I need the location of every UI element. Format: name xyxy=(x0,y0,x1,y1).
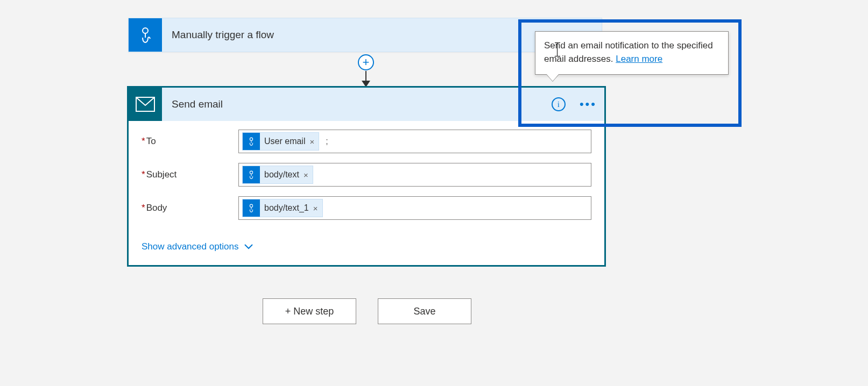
manual-trigger-token-icon xyxy=(243,199,260,217)
save-button[interactable]: Save xyxy=(378,298,471,324)
field-label-body: *Body xyxy=(142,203,238,213)
body-input[interactable]: body/text_1 × xyxy=(238,196,591,220)
svg-point-0 xyxy=(143,28,148,33)
token-remove-icon[interactable]: × xyxy=(313,204,318,213)
footer-actions: + New step Save xyxy=(263,298,471,324)
token-label: body/text_1 xyxy=(264,203,309,213)
new-step-button[interactable]: + New step xyxy=(263,298,356,324)
token-body-text[interactable]: body/text × xyxy=(242,166,313,184)
field-row-body: *Body body/text_1 × xyxy=(142,196,591,220)
more-menu-icon[interactable]: ••• xyxy=(580,97,597,111)
action-header[interactable]: Send email i ••• xyxy=(129,88,604,121)
tooltip-tail xyxy=(546,74,559,81)
info-tooltip: Send an email notification to the specif… xyxy=(535,31,729,75)
action-body: *To User email × ; *Subject xyxy=(129,121,604,265)
subject-input[interactable]: body/text × xyxy=(238,163,591,187)
token-body-text-1[interactable]: body/text_1 × xyxy=(242,199,323,217)
field-row-subject: *Subject body/text × xyxy=(142,163,591,187)
mail-icon xyxy=(129,88,162,121)
token-remove-icon[interactable]: × xyxy=(304,170,308,180)
show-advanced-options[interactable]: Show advanced options xyxy=(142,241,253,252)
add-step-button[interactable]: + xyxy=(358,54,374,70)
token-remove-icon[interactable]: × xyxy=(309,137,314,146)
action-card-send-email: Send email i ••• *To User email × ; xyxy=(127,86,606,267)
flow-connector: + xyxy=(356,51,376,88)
field-label-to: *To xyxy=(142,136,238,147)
arrow-stem xyxy=(365,71,366,81)
learn-more-link[interactable]: Learn more xyxy=(616,54,662,64)
chevron-down-icon xyxy=(244,242,253,251)
svg-point-2 xyxy=(250,138,252,140)
info-icon[interactable]: i xyxy=(552,97,566,111)
show-advanced-label: Show advanced options xyxy=(142,241,239,252)
field-row-to: *To User email × ; xyxy=(142,130,591,153)
svg-point-3 xyxy=(250,171,252,174)
field-label-subject: *Subject xyxy=(142,169,238,180)
token-label: User email xyxy=(264,137,305,146)
token-user-email[interactable]: User email × xyxy=(242,132,319,151)
manual-trigger-icon xyxy=(129,18,162,52)
to-trailing: ; xyxy=(326,137,328,146)
manual-trigger-token-icon xyxy=(243,133,260,150)
token-label: body/text xyxy=(264,170,299,180)
svg-point-4 xyxy=(250,204,252,207)
text-cursor-icon xyxy=(557,43,558,56)
action-title: Send email xyxy=(172,98,223,110)
to-input[interactable]: User email × ; xyxy=(238,130,591,153)
trigger-title: Manually trigger a flow xyxy=(172,29,274,41)
manual-trigger-token-icon xyxy=(243,166,260,183)
trigger-card[interactable]: Manually trigger a flow xyxy=(128,18,602,52)
